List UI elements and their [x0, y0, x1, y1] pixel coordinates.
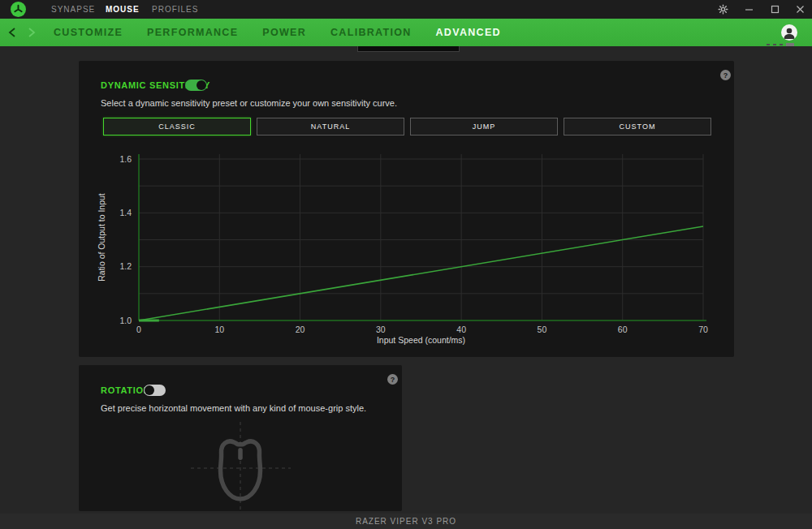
forward-arrow-icon[interactable]	[23, 19, 41, 46]
tab-power[interactable]: POWER	[262, 27, 306, 38]
clipped-toolbar-icons	[767, 42, 804, 47]
svg-text:50: 50	[538, 325, 547, 334]
tab-performance[interactable]: PERFORMANCE	[147, 27, 238, 38]
svg-text:40: 40	[456, 325, 466, 334]
settings-gear-icon[interactable]	[712, 0, 733, 19]
section-nav-bar: CUSTOMIZE PERFORMANCE POWER CALIBRATION …	[0, 19, 812, 46]
maximize-button[interactable]	[764, 0, 785, 19]
mouse-rotation-illustration	[79, 365, 402, 511]
svg-text:20: 20	[296, 325, 305, 334]
device-name: RAZER VIPER V3 PRO	[356, 517, 456, 526]
minimize-button[interactable]	[738, 0, 759, 19]
titlebar-tab-profiles[interactable]: PROFILES	[152, 0, 198, 19]
user-avatar[interactable]	[781, 24, 797, 41]
back-arrow-icon[interactable]	[3, 19, 21, 46]
svg-text:Input Speed (count/ms): Input Speed (count/ms)	[377, 335, 465, 345]
razer-logo-icon[interactable]	[11, 2, 26, 17]
svg-text:1.0: 1.0	[119, 316, 132, 325]
titlebar-tab-synapse[interactable]: SYNAPSE	[51, 0, 95, 19]
svg-text:0: 0	[136, 325, 141, 334]
dynamic-sensitivity-panel: DYNAMIC SENSITIVITY ? Select a dynamic s…	[79, 61, 734, 357]
svg-text:60: 60	[618, 325, 628, 334]
tab-advanced[interactable]: ADVANCED	[436, 27, 501, 38]
status-bar: RAZER VIPER V3 PRO	[0, 514, 812, 529]
titlebar-tab-mouse[interactable]: MOUSE	[106, 0, 140, 19]
close-button[interactable]	[789, 0, 810, 19]
svg-text:70: 70	[698, 325, 708, 334]
svg-text:1.2: 1.2	[119, 261, 132, 271]
svg-text:30: 30	[376, 325, 386, 334]
svg-text:10: 10	[214, 325, 224, 334]
svg-text:1.4: 1.4	[119, 208, 132, 217]
svg-text:Ratio of Output to Input: Ratio of Output to Input	[97, 193, 106, 282]
rotation-panel: ROTATION ? Get precise horizontal moveme…	[79, 365, 402, 511]
tab-customize[interactable]: CUSTOMIZE	[54, 27, 123, 38]
tab-calibration[interactable]: CALIBRATION	[330, 27, 411, 38]
razer-synapse-window: SYNAPSE MOUSE PROFILES	[0, 0, 812, 529]
svg-text:1.6: 1.6	[119, 154, 132, 164]
sensitivity-curve-chart: 1.01.21.41.6010203040506070Input Speed (…	[79, 61, 734, 357]
title-bar: SYNAPSE MOUSE PROFILES	[0, 0, 812, 19]
clipped-scrolled-button[interactable]	[357, 46, 460, 52]
